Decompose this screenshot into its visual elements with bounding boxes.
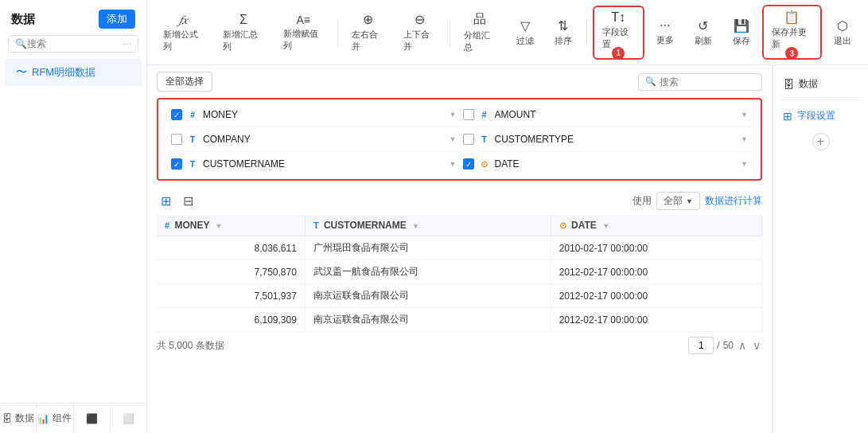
export-icon: ⬜ — [123, 413, 134, 424]
field-item-company[interactable]: T COMPANY ▼ — [168, 127, 460, 152]
sidebar-title: 数据 — [11, 12, 35, 27]
toolbar-field-settings[interactable]: T↕ 字段设置 1 — [593, 6, 644, 60]
field-search-input[interactable] — [660, 76, 755, 88]
sidebar-bottom-export[interactable]: ⬜ — [111, 405, 146, 432]
view-select-arrow: ▼ — [686, 197, 693, 205]
table-view-icons: ⊞ ⊟ — [157, 193, 197, 210]
sidebar-bottom-component[interactable]: 📊 组件 — [37, 404, 73, 433]
right-panel-divider — [781, 99, 860, 100]
toolbar-merge-tb[interactable]: ⊖ 上下合并 — [395, 9, 444, 56]
field-checkbox-date[interactable]: ✓ — [463, 158, 474, 170]
col-header-money: # MONEY ▼ — [157, 215, 305, 236]
toolbar-add-summary[interactable]: Σ 新增汇总列 — [215, 10, 271, 56]
table-row: 6,109,309 南京运联食品有限公司 2012-02-17 00:00:00 — [157, 308, 762, 332]
sidebar-bottom-data[interactable]: 🗄 数据 — [0, 404, 37, 433]
col-header-date: ⊙ DATE ▼ — [551, 215, 761, 236]
view-label: 使用 — [633, 194, 652, 208]
toolbar-filter[interactable]: ▽ 过滤 — [508, 15, 543, 50]
toolbar-save-update[interactable]: 📋 保存并更新 3 — [762, 5, 822, 60]
field-name-amount: AMOUNT — [495, 109, 735, 120]
total-count: 共 5,000 条数据 — [157, 339, 224, 353]
right-panel-field-settings[interactable]: ⊞ 字段设置 — [773, 103, 868, 128]
right-data-label: 数据 — [799, 77, 818, 91]
sidebar-bottom-import[interactable]: ⬛ — [74, 405, 111, 432]
sidebar-more-icon[interactable]: ··· — [123, 38, 131, 49]
toolbar-refresh[interactable]: ↺ 刷新 — [686, 15, 721, 50]
customername-col-icon: T — [313, 220, 319, 230]
field-item-customertype[interactable]: T CUSTOMERTYPE ▼ — [460, 127, 752, 152]
toolbar-merge-lr-label: 左右合并 — [352, 29, 384, 53]
field-checkbox-money[interactable]: ✓ — [171, 109, 182, 120]
customername-cell-2: 武汉盖一航食品有限公司 — [305, 260, 551, 284]
select-all-button[interactable]: 全部选择 — [157, 72, 212, 92]
sidebar-item-rfm[interactable]: 〜 RFM明细数据 — [5, 59, 142, 86]
field-dropdown-amount: ▼ — [741, 111, 748, 119]
use-select[interactable]: 全部 ▼ — [656, 192, 700, 210]
field-name-date: DATE — [495, 158, 735, 170]
field-item-customername[interactable]: ✓ T CUSTOMERNAME ▼ — [168, 152, 460, 176]
rfm-icon: 〜 — [16, 65, 27, 80]
grid-view-icon[interactable]: ⊞ — [157, 193, 174, 210]
field-type-icon-customertype: T — [479, 135, 490, 144]
toolbar-sort-label: 排序 — [555, 35, 572, 47]
table-row: 7,750,870 武汉盖一航食品有限公司 2012-02-17 00:00:0… — [157, 260, 762, 284]
page-input[interactable] — [688, 337, 714, 354]
field-type-icon-money: # — [187, 110, 198, 119]
money-col-sort[interactable]: ▼ — [216, 222, 223, 230]
calc-button[interactable]: 数据进行计算 — [705, 194, 762, 208]
field-item-money[interactable]: ✓ # MONEY ▼ — [168, 103, 460, 127]
field-item-date[interactable]: ✓ ⊙ DATE ▼ — [460, 152, 752, 176]
field-item-amount[interactable]: # AMOUNT ▼ — [460, 103, 752, 127]
field-name-customername: CUSTOMERNAME — [203, 158, 443, 170]
col-header-customername: T CUSTOMERNAME ▼ — [305, 215, 551, 236]
right-panel-add-button[interactable]: + — [812, 133, 830, 150]
sidebar-search-input[interactable] — [27, 38, 123, 49]
field-search-box[interactable]: 🔍 — [638, 73, 762, 91]
sigma-icon: Σ — [239, 13, 247, 27]
field-type-icon-amount: # — [479, 110, 490, 119]
toolbar-merge-lr[interactable]: ⊕ 左右合并 — [344, 9, 392, 56]
page-prev[interactable]: ∧ — [737, 339, 748, 352]
date-cell-4: 2012-02-17 00:00:00 — [551, 308, 761, 332]
money-col-label: MONEY — [174, 220, 209, 231]
date-col-icon: ⊙ — [559, 220, 566, 230]
field-checkbox-amount[interactable] — [463, 109, 474, 120]
field-checkbox-company[interactable] — [171, 134, 182, 145]
page-next[interactable]: ∨ — [751, 339, 762, 352]
sidebar-item-label: RFM明细数据 — [32, 65, 95, 80]
toolbar-group-summary[interactable]: 品 分组汇总 — [456, 8, 504, 57]
money-cell-1: 8,036,611 — [157, 236, 305, 260]
save-icon: 💾 — [734, 18, 749, 33]
search-icon: 🔍 — [15, 38, 27, 49]
sidebar-search-box[interactable]: 🔍 ··· — [8, 35, 138, 53]
field-type-icon-customername: T — [187, 159, 198, 169]
list-view-icon[interactable]: ⊟ — [179, 193, 197, 210]
field-checkbox-customername[interactable]: ✓ — [171, 158, 182, 170]
field-checkbox-customertype[interactable] — [463, 134, 474, 145]
customername-cell-4: 南京运联食品有限公司 — [305, 308, 551, 332]
page-separator: / — [717, 340, 719, 351]
toolbar-add-formula[interactable]: 𝑓𝑥 新增公式列 — [155, 10, 212, 56]
table-meta: 使用 全部 ▼ 数据进行计算 — [633, 192, 762, 210]
sidebar-header: 数据 添加 — [0, 0, 146, 35]
field-settings-badge: 1 — [612, 47, 625, 60]
money-col-icon: # — [165, 220, 169, 230]
sidebar-add-button[interactable]: 添加 — [99, 10, 135, 29]
field-panel-header: 全部选择 🔍 — [147, 65, 772, 98]
right-panel-data[interactable]: 🗄 数据 — [773, 72, 868, 96]
field-dropdown-money: ▼ — [450, 111, 457, 119]
date-col-sort[interactable]: ▼ — [602, 222, 609, 230]
toolbar-save[interactable]: 💾 保存 — [724, 15, 759, 50]
toolbar-sort[interactable]: ⇅ 排序 — [546, 15, 581, 50]
field-type-icon-company: T — [187, 135, 198, 144]
toolbar-add-assign[interactable]: A≡ 新增赋值列 — [275, 10, 332, 55]
import-icon: ⬛ — [86, 413, 98, 424]
assign-icon: A≡ — [296, 14, 310, 26]
customername-col-sort[interactable]: ▼ — [412, 222, 419, 230]
right-field-settings-label: 字段设置 — [797, 109, 835, 123]
toolbar-more[interactable]: ··· 更多 — [648, 15, 683, 49]
toolbar-refresh-label: 刷新 — [695, 35, 712, 47]
table-row: 7,501,937 南京运联食品有限公司 2012-02-17 00:00:00 — [157, 284, 762, 308]
toolbar-exit[interactable]: ⬡ 退出 — [825, 15, 860, 50]
field-panel: 全部选择 🔍 ✓ # MONEY ▼ # A — [147, 65, 773, 433]
